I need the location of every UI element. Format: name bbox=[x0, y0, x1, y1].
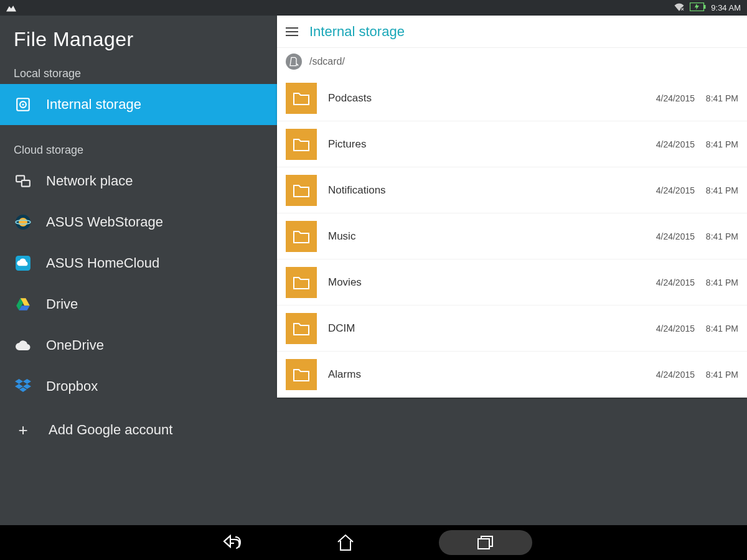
file-time: 8:41 PM bbox=[695, 231, 738, 241]
google-drive-icon bbox=[14, 295, 32, 314]
file-row[interactable]: DCIM4/24/20158:41 PM bbox=[277, 306, 747, 352]
file-row[interactable]: Music4/24/20158:41 PM bbox=[277, 213, 747, 259]
sidebar-item-label: Drive bbox=[46, 296, 78, 312]
wifi-icon bbox=[674, 2, 685, 13]
file-time: 8:41 PM bbox=[695, 370, 738, 380]
screenshot-indicator-icon bbox=[6, 4, 16, 12]
sidebar-add-label: Add Google account bbox=[49, 422, 172, 438]
content-panel: Internal storage /sdcard/ Podcasts4/24/2… bbox=[277, 16, 747, 398]
file-time: 8:41 PM bbox=[695, 185, 738, 195]
file-row[interactable]: Movies4/24/20158:41 PM bbox=[277, 259, 747, 306]
file-row[interactable]: Alarms4/24/20158:41 PM bbox=[277, 352, 747, 398]
sidebar-item-drive[interactable]: Drive bbox=[0, 284, 277, 325]
sidebar-item-internal-storage[interactable]: Internal storage bbox=[0, 84, 277, 125]
svg-point-9 bbox=[19, 218, 27, 226]
onedrive-icon bbox=[14, 336, 32, 355]
sidebar-item-label: Network place bbox=[46, 173, 133, 189]
app-title: File Manager bbox=[0, 16, 277, 62]
file-time: 8:41 PM bbox=[695, 139, 738, 149]
panel-title: Internal storage bbox=[309, 24, 405, 40]
nav-back-button[interactable] bbox=[215, 530, 252, 555]
file-name: DCIM bbox=[328, 322, 641, 335]
file-row[interactable]: Pictures4/24/20158:41 PM bbox=[277, 121, 747, 167]
svg-rect-7 bbox=[22, 180, 30, 187]
svg-point-5 bbox=[22, 103, 24, 105]
sidebar-item-label: ASUS HomeCloud bbox=[46, 255, 159, 271]
nav-home-button[interactable] bbox=[327, 530, 364, 555]
sidebar-item-asus-homecloud[interactable]: ASUS HomeCloud bbox=[0, 243, 277, 284]
file-name: Podcasts bbox=[328, 92, 641, 105]
file-row[interactable]: Podcasts4/24/20158:41 PM bbox=[277, 75, 747, 121]
folder-icon bbox=[286, 267, 317, 298]
sidebar-item-label: Dropbox bbox=[46, 378, 98, 394]
sidebar-item-label: Internal storage bbox=[46, 96, 141, 113]
file-time: 8:41 PM bbox=[695, 278, 738, 287]
file-date: 4/24/2015 bbox=[641, 93, 695, 103]
sidebar-item-label: OneDrive bbox=[46, 337, 104, 353]
dropbox-icon bbox=[14, 377, 32, 396]
internal-storage-icon bbox=[14, 95, 32, 114]
file-date: 4/24/2015 bbox=[641, 231, 695, 241]
sdcard-icon bbox=[286, 54, 302, 70]
folder-icon bbox=[286, 129, 317, 160]
file-name: Pictures bbox=[328, 138, 641, 151]
path-text: /sdcard/ bbox=[309, 56, 345, 67]
file-time: 8:41 PM bbox=[695, 324, 738, 334]
asus-webstorage-icon bbox=[14, 213, 32, 231]
file-date: 4/24/2015 bbox=[641, 324, 695, 334]
asus-homecloud-icon bbox=[14, 254, 32, 273]
battery-charging-icon bbox=[690, 2, 706, 13]
folder-icon bbox=[286, 221, 317, 252]
sidebar-item-asus-webstorage[interactable]: ASUS WebStorage bbox=[0, 202, 277, 243]
folder-icon bbox=[286, 83, 317, 114]
file-time: 8:41 PM bbox=[695, 93, 738, 103]
file-date: 4/24/2015 bbox=[641, 185, 695, 195]
folder-icon bbox=[286, 175, 317, 206]
sidebar: File Manager Local storage Internal stor… bbox=[0, 16, 277, 525]
file-date: 4/24/2015 bbox=[641, 139, 695, 149]
file-name: Alarms bbox=[328, 368, 641, 381]
sidebar-section-cloud: Cloud storage bbox=[0, 139, 277, 161]
file-name: Notifications bbox=[328, 184, 641, 197]
network-place-icon bbox=[14, 172, 32, 190]
file-date: 4/24/2015 bbox=[641, 370, 695, 380]
navigation-bar bbox=[0, 525, 747, 560]
plus-icon: + bbox=[14, 422, 32, 438]
file-name: Music bbox=[328, 230, 641, 243]
file-name: Movies bbox=[328, 276, 641, 289]
sidebar-item-network-place[interactable]: Network place bbox=[0, 161, 277, 202]
nav-recent-apps-button[interactable] bbox=[439, 530, 532, 555]
sidebar-item-dropbox[interactable]: Dropbox bbox=[0, 366, 277, 407]
sidebar-add-google-account[interactable]: + Add Google account bbox=[0, 407, 277, 446]
hamburger-menu-icon[interactable] bbox=[286, 27, 298, 36]
file-date: 4/24/2015 bbox=[641, 278, 695, 287]
folder-icon bbox=[286, 359, 317, 390]
svg-rect-2 bbox=[704, 5, 706, 9]
sidebar-item-onedrive[interactable]: OneDrive bbox=[0, 325, 277, 366]
file-row[interactable]: Notifications4/24/20158:41 PM bbox=[277, 167, 747, 213]
folder-icon bbox=[286, 313, 317, 344]
svg-rect-12 bbox=[478, 539, 489, 549]
sidebar-item-label: ASUS WebStorage bbox=[46, 214, 163, 230]
status-bar: 9:34 AM bbox=[0, 0, 747, 16]
path-bar[interactable]: /sdcard/ bbox=[277, 48, 747, 75]
status-time: 9:34 AM bbox=[711, 3, 741, 12]
sidebar-section-local: Local storage bbox=[0, 62, 277, 84]
